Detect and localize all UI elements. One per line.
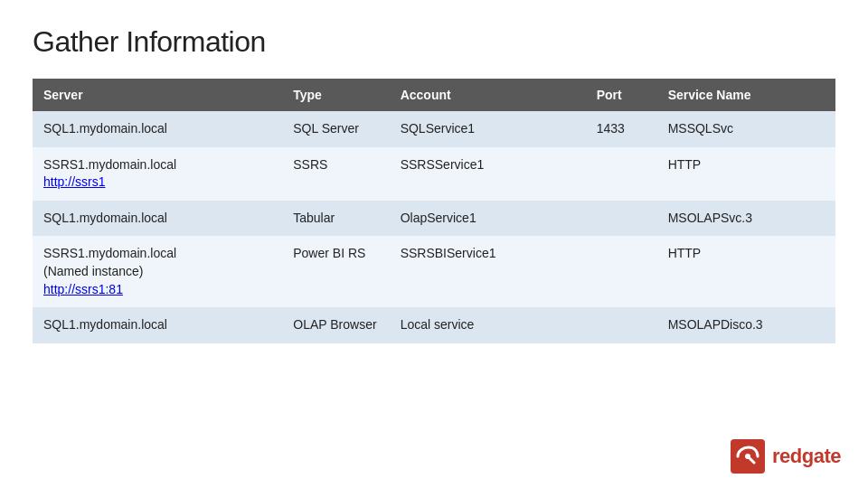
cell-server: SQL1.mydomain.local (33, 307, 282, 343)
cell-port (586, 201, 657, 237)
svg-point-1 (745, 454, 750, 459)
header-port: Port (586, 79, 657, 111)
cell-service-name: HTTP (657, 236, 835, 307)
cell-port (586, 236, 657, 307)
server-link[interactable]: http://ssrs1 (43, 174, 105, 189)
cell-type: OLAP Browser (282, 307, 389, 343)
cell-account: SSRSService1 (390, 147, 586, 201)
table-row: SQL1.mydomain.localOLAP BrowserLocal ser… (33, 307, 835, 343)
cell-type: SQL Server (282, 111, 389, 147)
cell-service-name: MSOLAPDisco.3 (657, 307, 835, 343)
cell-service-name: HTTP (657, 147, 835, 201)
cell-service-name: MSSQLSvc (657, 111, 835, 147)
header-service-name: Service Name (657, 79, 835, 111)
cell-type: Tabular (282, 201, 389, 237)
cell-server: SQL1.mydomain.local (33, 111, 282, 147)
redgate-logo: redgate (731, 439, 841, 474)
cell-port (586, 147, 657, 201)
cell-server: SSRS1.mydomain.localhttp://ssrs1 (33, 147, 282, 201)
redgate-text: redgate (772, 445, 841, 468)
cell-port (586, 307, 657, 343)
cell-account: SSRSBIService1 (390, 236, 586, 307)
cell-server: SSRS1.mydomain.local(Named instance)http… (33, 236, 282, 307)
cell-type: Power BI RS (282, 236, 389, 307)
header-type: Type (282, 79, 389, 111)
table-row: SSRS1.mydomain.local(Named instance)http… (33, 236, 835, 307)
cell-account: Local service (390, 307, 586, 343)
table-row: SSRS1.mydomain.localhttp://ssrs1SSRSSSRS… (33, 147, 835, 201)
table-row: SQL1.mydomain.localTabularOlapService1MS… (33, 201, 835, 237)
info-table: Server Type Account Port Service Name SQ… (33, 79, 835, 343)
cell-account: OlapService1 (390, 201, 586, 237)
header-server: Server (33, 79, 282, 111)
page: Gather Information Server Type Account P… (0, 0, 868, 488)
cell-account: SQLService1 (390, 111, 586, 147)
cell-port: 1433 (586, 111, 657, 147)
header-account: Account (390, 79, 586, 111)
redgate-icon (731, 439, 765, 474)
server-link[interactable]: http://ssrs1:81 (43, 282, 123, 296)
page-title: Gather Information (33, 25, 835, 59)
cell-type: SSRS (282, 147, 389, 201)
cell-service-name: MSOLAPSvc.3 (657, 201, 835, 237)
table-row: SQL1.mydomain.localSQL ServerSQLService1… (33, 111, 835, 147)
cell-server: SQL1.mydomain.local (33, 201, 282, 237)
